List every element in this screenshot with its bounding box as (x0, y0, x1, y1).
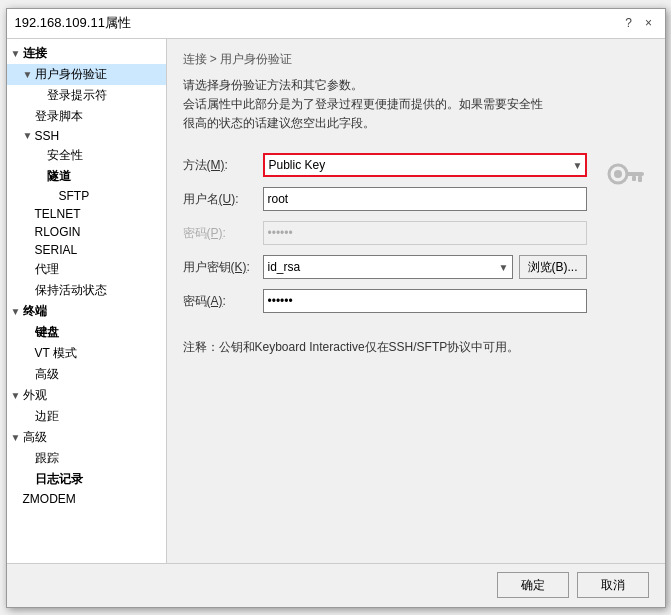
key-icon (600, 154, 648, 202)
sidebar-item-zmodem[interactable]: ZMODEM (7, 490, 166, 508)
close-button[interactable]: × (641, 15, 657, 31)
username-row: 用户名(U): (183, 187, 587, 211)
sidebar-item-dai-li[interactable]: 代理 (7, 259, 166, 280)
sidebar-item-zhong-duan[interactable]: ▼ 终端 (7, 301, 166, 322)
method-select-wrapper: Password Public Key Keyboard Interactive… (263, 153, 587, 177)
sidebar-item-rlogin[interactable]: RLOGIN (7, 223, 166, 241)
title-bar: 192.168.109.11属性 ? × (7, 9, 665, 39)
svg-rect-3 (638, 176, 642, 182)
userkey-select-wrapper: id_rsa id_dsa id_ecdsa id_ed25519 ▼ (263, 255, 513, 279)
description: 请选择身份验证方法和其它参数。 会话属性中此部分是为了登录过程更便捷而提供的。如… (183, 76, 649, 134)
form-area: 方法(M): Password Public Key Keyboard Inte… (183, 153, 649, 323)
sidebar-item-jian-pan[interactable]: 键盘 (7, 322, 166, 343)
browse-button[interactable]: 浏览(B)... (519, 255, 587, 279)
sidebar-item-sftp[interactable]: SFTP (7, 187, 166, 205)
form-fields: 方法(M): Password Public Key Keyboard Inte… (183, 153, 587, 323)
expand-icon: ▼ (11, 48, 21, 59)
sidebar-item-telnet[interactable]: TELNET (7, 205, 166, 223)
note-text: 注释：公钥和Keyboard Interactive仅在SSH/SFTP协议中可… (183, 339, 649, 356)
sidebar-item-bao-huo[interactable]: 保持活动状态 (7, 280, 166, 301)
svg-point-1 (614, 170, 622, 178)
desc-line1: 请选择身份验证方法和其它参数。 (183, 76, 649, 95)
sidebar-item-vt-mo-shi[interactable]: VT 模式 (7, 343, 166, 364)
dialog-footer: 确定 取消 (7, 563, 665, 607)
sidebar-item-deng-lu-jiao-ben[interactable]: 登录脚本 (7, 106, 166, 127)
svg-rect-2 (626, 172, 644, 176)
method-row: 方法(M): Password Public Key Keyboard Inte… (183, 153, 587, 177)
passphrase-label: 密码(A): (183, 293, 263, 310)
sidebar-item-an-quan-xing[interactable]: 安全性 (7, 145, 166, 166)
dialog-window: 192.168.109.11属性 ? × ▼ 连接 ▼ 用户身份验证 登录提示符 (6, 8, 666, 608)
main-content: 连接 > 用户身份验证 请选择身份验证方法和其它参数。 会话属性中此部分是为了登… (167, 39, 665, 563)
method-control: Password Public Key Keyboard Interactive… (263, 153, 587, 177)
userkey-row: 用户密钥(K): id_rsa id_dsa id_ecdsa id_ed255… (183, 255, 587, 279)
passphrase-input[interactable] (263, 289, 587, 313)
desc-line2: 会话属性中此部分是为了登录过程更便捷而提供的。如果需要安全性 (183, 95, 649, 114)
expand-icon: ▼ (23, 69, 33, 80)
password-control (263, 221, 587, 245)
sidebar-item-yong-hu-shen-fen[interactable]: ▼ 用户身份验证 (7, 64, 166, 85)
method-select[interactable]: Password Public Key Keyboard Interactive… (263, 153, 587, 177)
key-icon-area (599, 153, 649, 203)
sidebar-item-gen-zong[interactable]: 跟踪 (7, 448, 166, 469)
help-button[interactable]: ? (621, 15, 637, 31)
sidebar: ▼ 连接 ▼ 用户身份验证 登录提示符 登录脚本 ▼ SSH 安全性 (7, 39, 167, 563)
userkey-control: id_rsa id_dsa id_ecdsa id_ed25519 ▼ 浏览(B… (263, 255, 587, 279)
userkey-select[interactable]: id_rsa id_dsa id_ecdsa id_ed25519 (263, 255, 513, 279)
svg-rect-4 (632, 176, 636, 181)
sidebar-item-bian-ju[interactable]: 边距 (7, 406, 166, 427)
desc-line3: 很高的状态的话建议您空出此字段。 (183, 114, 649, 133)
password-row: 密码(P): (183, 221, 587, 245)
password-label: 密码(P): (183, 225, 263, 242)
ok-button[interactable]: 确定 (497, 572, 569, 598)
sidebar-item-gao-ji2[interactable]: ▼ 高级 (7, 427, 166, 448)
window-title: 192.168.109.11属性 (15, 14, 131, 32)
username-input[interactable] (263, 187, 587, 211)
dialog-body: ▼ 连接 ▼ 用户身份验证 登录提示符 登录脚本 ▼ SSH 安全性 (7, 39, 665, 563)
sidebar-item-ri-zhi-ji-lu[interactable]: 日志记录 (7, 469, 166, 490)
sidebar-item-deng-lu-ti-shi-fu[interactable]: 登录提示符 (7, 85, 166, 106)
breadcrumb: 连接 > 用户身份验证 (183, 51, 649, 68)
sidebar-item-lian-jie[interactable]: ▼ 连接 (7, 43, 166, 64)
sidebar-item-serial[interactable]: SERIAL (7, 241, 166, 259)
password-input[interactable] (263, 221, 587, 245)
passphrase-control (263, 289, 587, 313)
sidebar-item-ssh[interactable]: ▼ SSH (7, 127, 166, 145)
cancel-button[interactable]: 取消 (577, 572, 649, 598)
userkey-label: 用户密钥(K): (183, 259, 263, 276)
sidebar-item-gao-ji[interactable]: 高级 (7, 364, 166, 385)
sidebar-item-wai-guan[interactable]: ▼ 外观 (7, 385, 166, 406)
passphrase-row: 密码(A): (183, 289, 587, 313)
username-control (263, 187, 587, 211)
sidebar-item-sui-dao[interactable]: 隧道 (7, 166, 166, 187)
method-label: 方法(M): (183, 157, 263, 174)
username-label: 用户名(U): (183, 191, 263, 208)
title-bar-controls: ? × (621, 15, 657, 31)
